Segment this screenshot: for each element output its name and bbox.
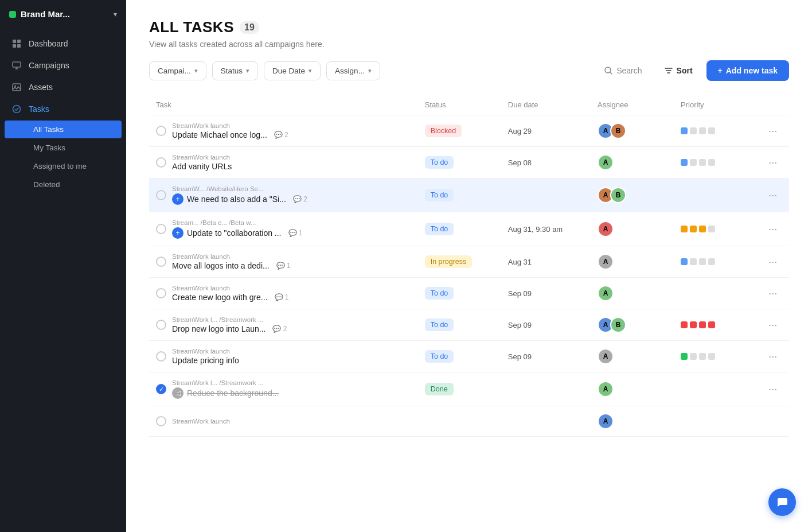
task-checkbox[interactable]	[156, 351, 166, 362]
task-assignee: A	[591, 212, 674, 246]
task-campaign: StreamWork launch	[172, 154, 232, 161]
status-badge: Blocked	[425, 125, 462, 137]
page-header: ALL TASKS 19 View all tasks created acro…	[149, 18, 789, 49]
task-comments: 💬 1	[276, 262, 291, 270]
task-priority	[674, 278, 757, 309]
task-checkbox[interactable]	[156, 288, 166, 298]
chat-icon	[776, 496, 788, 508]
sidebar-item-assigned-to-me[interactable]: Assigned to me	[5, 157, 122, 175]
sidebar-item-campaigns[interactable]: Campaigns	[0, 55, 126, 76]
task-priority	[674, 309, 757, 341]
more-actions-button[interactable]: ···	[764, 285, 782, 302]
task-due-date: Sep 09	[501, 309, 591, 341]
status-filter-label: Status	[221, 67, 243, 75]
avatar: A	[598, 348, 614, 364]
task-cell: StreamWork launch	[149, 406, 418, 437]
table-row: StreamWork l... /Streamwork ... ◁Reduce …	[149, 372, 789, 406]
chevron-down-icon: ▾	[309, 67, 312, 75]
priority-dot	[699, 353, 706, 360]
task-assignee: A	[591, 278, 674, 309]
task-due-date: Sep 09	[501, 278, 591, 309]
sidebar-item-assets-label: Assets	[29, 83, 53, 92]
sidebar-item-dashboard[interactable]: Dashboard	[0, 33, 126, 55]
task-checkbox[interactable]	[156, 224, 166, 234]
assignee-filter[interactable]: Assign... ▾	[326, 61, 380, 80]
task-name: ◁Reduce the background...	[172, 387, 279, 399]
col-header-actions	[757, 95, 789, 115]
tasks-subnav: All Tasks My Tasks Assigned to me Delete…	[0, 121, 126, 193]
task-campaign: StreamW... /Website/Hero Se...	[172, 185, 307, 192]
task-assignee: AB	[591, 178, 674, 212]
task-status-cell: To do	[418, 178, 501, 212]
table-row: StreamWork launch Move all logos into a …	[149, 246, 789, 278]
chevron-down-icon: ▾	[246, 67, 249, 75]
campaign-filter[interactable]: Campai... ▾	[149, 61, 206, 80]
task-due-date	[501, 178, 591, 212]
more-actions-button[interactable]: ···	[764, 187, 782, 204]
svg-point-8	[14, 86, 16, 87]
grid-icon	[11, 38, 22, 49]
chat-button[interactable]	[768, 488, 796, 516]
more-actions-button[interactable]: ···	[764, 221, 782, 238]
task-checkbox[interactable]	[156, 190, 166, 200]
task-checkbox[interactable]	[156, 416, 166, 426]
due-date-filter[interactable]: Due Date ▾	[264, 61, 321, 80]
priority-dot	[699, 258, 706, 265]
sidebar-item-campaigns-label: Campaigns	[29, 61, 69, 70]
priority-dots	[681, 321, 750, 328]
search-button[interactable]: Search	[596, 61, 650, 80]
add-task-button[interactable]: + Add new task	[706, 60, 789, 81]
task-checkbox[interactable]	[156, 384, 166, 394]
sidebar-item-my-tasks[interactable]: My Tasks	[5, 139, 122, 157]
task-priority	[674, 246, 757, 278]
task-cell: Stream... /Beta e... /Beta w... +Update …	[149, 212, 418, 246]
more-actions-button[interactable]: ···	[764, 154, 782, 171]
more-actions-button[interactable]: ···	[764, 317, 782, 333]
sort-button[interactable]: Sort	[656, 61, 701, 80]
page-subtitle: View all tasks created across all campai…	[149, 40, 789, 49]
brand-switcher[interactable]: Brand Mar... ▾	[0, 0, 126, 28]
sidebar-item-all-tasks[interactable]: All Tasks	[5, 121, 122, 138]
toolbar: Campai... ▾ Status ▾ Due Date ▾ Assign..…	[149, 60, 789, 81]
task-status-cell: Done	[418, 372, 501, 406]
sidebar-item-assets[interactable]: Assets	[0, 76, 126, 98]
avatar: B	[610, 123, 626, 139]
task-assignee: A	[591, 406, 674, 437]
task-assignee: AB	[591, 309, 674, 341]
priority-dot	[708, 258, 715, 265]
task-checkbox[interactable]	[156, 126, 166, 136]
sort-label: Sort	[677, 66, 693, 75]
task-due-date: Aug 31	[501, 246, 591, 278]
sidebar-item-tasks[interactable]: Tasks	[0, 98, 126, 120]
task-status-cell: To do	[418, 278, 501, 309]
deleted-label: Deleted	[33, 180, 60, 189]
table-row: StreamWork launch Update Michael once lo…	[149, 115, 789, 147]
more-actions-button[interactable]: ···	[764, 381, 782, 398]
task-assignee: AB	[591, 115, 674, 147]
main-nav: Dashboard Campaigns Assets	[0, 28, 126, 532]
avatar: A	[598, 381, 614, 397]
priority-dot	[699, 226, 706, 232]
status-badge: To do	[425, 319, 454, 331]
table-row: StreamWork launch Create new logo with g…	[149, 278, 789, 309]
task-name: Move all logos into a dedi...💬 1	[172, 261, 291, 270]
svg-rect-2	[13, 44, 16, 48]
task-name: Drop new logo into Laun...💬 2	[172, 324, 287, 333]
task-checkbox[interactable]	[156, 320, 166, 330]
task-status-cell: To do	[418, 212, 501, 246]
more-actions-button[interactable]: ···	[764, 254, 782, 270]
task-name: +We need to also add a "Si...💬 2	[172, 193, 307, 205]
more-actions-button[interactable]: ···	[764, 123, 782, 139]
task-checkbox[interactable]	[156, 157, 166, 168]
task-assignee: A	[591, 372, 674, 406]
task-checkbox[interactable]	[156, 257, 166, 267]
avatar: B	[610, 187, 626, 203]
status-filter[interactable]: Status ▾	[212, 61, 258, 80]
task-type-icon: +	[172, 227, 184, 239]
table-row: StreamWork launch Add vanity URLs To doS…	[149, 147, 789, 178]
task-cell: StreamWork launch Move all logos into a …	[149, 246, 418, 278]
task-cell: StreamWork launch Create new logo with g…	[149, 278, 418, 309]
sidebar-item-deleted[interactable]: Deleted	[5, 176, 122, 193]
svg-rect-4	[13, 62, 21, 67]
more-actions-button[interactable]: ···	[764, 348, 782, 365]
